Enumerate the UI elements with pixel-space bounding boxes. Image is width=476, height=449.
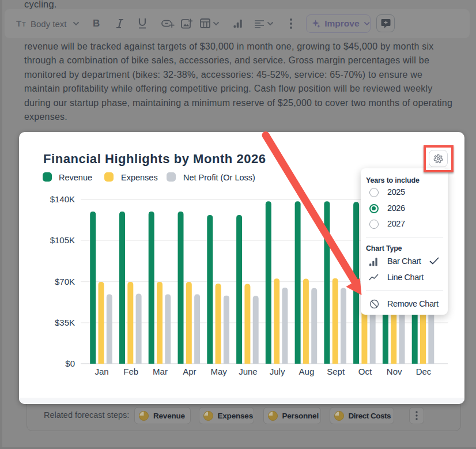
svg-text:July: July — [270, 367, 285, 376]
svg-text:$70K: $70K — [55, 277, 75, 286]
svg-text:Oct: Oct — [358, 367, 372, 376]
svg-text:$105K: $105K — [50, 235, 75, 245]
svg-text:$0: $0 — [65, 359, 75, 368]
svg-text:June: June — [239, 367, 258, 376]
svg-text:Sept: Sept — [327, 367, 345, 376]
svg-text:Dec: Dec — [416, 367, 432, 376]
svg-text:$35K: $35K — [55, 318, 75, 327]
svg-text:May: May — [210, 367, 227, 376]
svg-text:Aug: Aug — [299, 367, 315, 376]
svg-text:Nov: Nov — [387, 367, 402, 376]
svg-text:Mar: Mar — [153, 367, 168, 376]
svg-text:$140K: $140K — [50, 194, 75, 204]
svg-text:Apr: Apr — [183, 367, 196, 376]
svg-text:Jan: Jan — [95, 367, 108, 376]
svg-text:Feb: Feb — [123, 367, 138, 376]
